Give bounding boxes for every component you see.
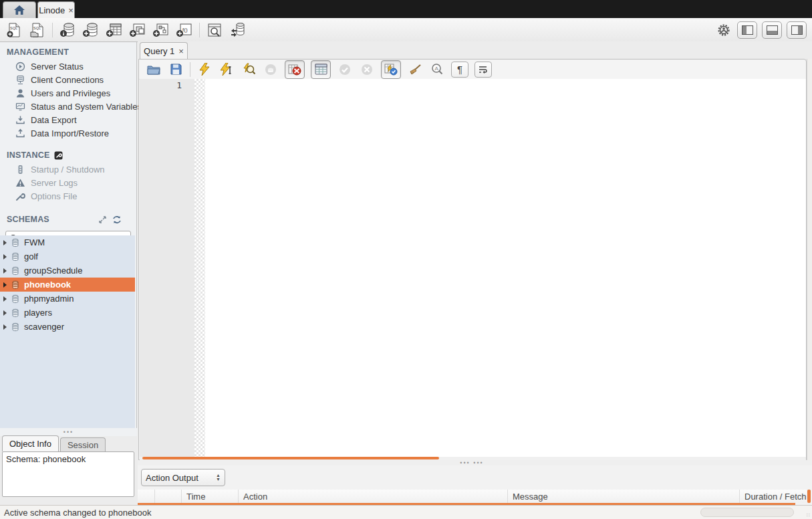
svg-text:SQL: SQL: [10, 26, 17, 30]
connection-tab-close-icon[interactable]: ×: [68, 6, 74, 15]
expander-icon[interactable]: [3, 240, 7, 245]
wrap-text-icon[interactable]: [475, 62, 492, 78]
output-col-status[interactable]: [138, 490, 155, 503]
output-vertical-scrollbar-thumb[interactable]: [807, 490, 811, 503]
sidebar-item-server-status[interactable]: Server Status: [0, 60, 136, 73]
users-icon: [15, 88, 25, 98]
create-procedure-icon[interactable]: [152, 21, 170, 39]
search-table-data-icon[interactable]: [206, 21, 223, 39]
schema-row-scavenger[interactable]: scavenger: [0, 320, 135, 334]
sidebar-item-label: Server Logs: [31, 178, 78, 188]
open-sql-script-icon[interactable]: SQL: [29, 21, 46, 39]
schema-row-golf[interactable]: golf: [0, 249, 135, 264]
editor-horizontal-scrollbar-thumb[interactable]: [142, 457, 439, 459]
schema-row-players[interactable]: players: [0, 306, 135, 320]
create-schema-icon[interactable]: [82, 21, 100, 39]
home-icon: [13, 5, 25, 15]
create-function-icon[interactable]: f(): [176, 21, 193, 39]
sidebar-item-label: Client Connections: [31, 75, 104, 85]
sidebar-item-users-privileges[interactable]: Users and Privileges: [0, 86, 136, 100]
management-section-header: MANAGEMENT: [0, 42, 136, 60]
output-view-select-value: Action Output: [146, 473, 198, 483]
management-header-label: MANAGEMENT: [7, 47, 69, 57]
expander-icon[interactable]: [3, 310, 7, 316]
output-view-select[interactable]: Action Output ▲▼: [141, 469, 225, 486]
output-col-duration[interactable]: Duration / Fetch: [740, 490, 807, 503]
output-col-time[interactable]: Time: [182, 490, 239, 503]
refresh-schemas-icon[interactable]: [112, 215, 122, 224]
tab-label: Object Info: [9, 439, 51, 449]
stop-icon: [263, 62, 279, 78]
schema-icon: [11, 238, 20, 247]
output-col-message[interactable]: Message: [508, 490, 740, 503]
create-table-icon[interactable]: [106, 21, 123, 39]
toolbar-separator: [190, 62, 190, 77]
schema-icon: [11, 280, 20, 290]
schema-row-fwm[interactable]: FWM: [0, 235, 135, 249]
sidebar-item-data-import[interactable]: Data Import/Restore: [0, 126, 136, 140]
sql-editor-area[interactable]: 1: [140, 79, 806, 457]
expander-icon[interactable]: [3, 282, 7, 288]
sidebar-item-server-logs[interactable]: Server Logs: [0, 176, 136, 189]
schema-name: players: [24, 308, 52, 318]
sidebar-item-status-system-variables[interactable]: Status and System Variables: [0, 100, 136, 113]
output-col-action[interactable]: Action: [239, 490, 508, 503]
create-view-icon[interactable]: [129, 21, 146, 39]
window-tab-bar: Linode ×: [0, 0, 812, 18]
schema-icon: [11, 294, 20, 304]
object-info-text: Schema: phonebook: [6, 454, 86, 464]
schema-icon: [11, 322, 20, 332]
tab-session[interactable]: Session: [60, 437, 106, 451]
schema-row-phonebook-selected[interactable]: phonebook: [0, 278, 135, 292]
new-sql-tab-icon[interactable]: SQL: [5, 21, 23, 39]
toggle-bottom-panel-icon[interactable]: [762, 21, 782, 39]
toggle-left-panel-glyph: [742, 25, 753, 35]
reconnect-dbms-icon[interactable]: [229, 21, 247, 39]
status-message: Active schema changed to phonebook: [4, 508, 151, 518]
tab-object-info[interactable]: Object Info: [2, 435, 59, 451]
find-icon[interactable]: A: [429, 62, 445, 78]
toggle-right-panel-icon[interactable]: [787, 21, 807, 39]
query-tabbar: Query 1 ×: [138, 41, 812, 59]
stop-on-error-toggle-icon[interactable]: [285, 60, 305, 79]
status-progress-indicator: [700, 508, 794, 517]
execute-icon[interactable]: [196, 62, 213, 78]
save-script-icon[interactable]: [168, 62, 184, 78]
toggle-right-panel-glyph: [791, 25, 803, 35]
execute-current-icon[interactable]: [219, 62, 235, 78]
sidebar-item-data-export[interactable]: Data Export: [0, 113, 136, 126]
preferences-gear-icon[interactable]: [715, 21, 732, 39]
schema-row-phpmyadmin[interactable]: phpmyadmin: [0, 292, 135, 306]
schema-row-groupschedule[interactable]: groupSchedule: [0, 264, 135, 278]
home-tab[interactable]: [3, 1, 36, 18]
editor-vertical-scrollbar[interactable]: [807, 59, 812, 460]
expander-icon[interactable]: [3, 254, 7, 260]
limit-rows-toggle-icon[interactable]: [311, 60, 331, 79]
tab-query-1[interactable]: Query 1 ×: [140, 42, 188, 59]
connection-tab-label: Linode: [39, 5, 65, 15]
sidebar-item-options-file[interactable]: Options File: [0, 189, 136, 203]
clear-broom-icon[interactable]: [407, 62, 423, 78]
editor-output-splitter[interactable]: ••• •••: [138, 460, 812, 465]
open-script-icon[interactable]: [146, 62, 162, 78]
sidebar-item-startup-shutdown[interactable]: Startup / Shutdown: [0, 163, 136, 176]
instance-wrench-badge-icon: [54, 151, 63, 160]
toggle-left-panel-icon[interactable]: [737, 21, 757, 39]
query-tab-close-icon[interactable]: ×: [178, 47, 184, 56]
expander-icon[interactable]: [3, 296, 7, 302]
autocommit-toggle-icon[interactable]: [381, 60, 401, 79]
window-resize-grip-icon[interactable]: ∷: [807, 512, 811, 518]
schema-icon: [11, 308, 20, 318]
expander-icon[interactable]: [3, 268, 7, 274]
expander-icon[interactable]: [3, 324, 7, 330]
schema-inspector-icon[interactable]: [59, 21, 76, 39]
sidebar-item-label: Data Export: [31, 115, 77, 125]
connection-tab[interactable]: Linode ×: [37, 1, 75, 18]
explain-icon[interactable]: [241, 62, 257, 78]
expand-schemas-icon[interactable]: [98, 215, 107, 224]
sidebar-item-client-connections[interactable]: Client Connections: [0, 73, 136, 86]
client-connections-icon: [15, 75, 25, 85]
output-col-index[interactable]: [155, 490, 182, 503]
select-spinner-icon: ▲▼: [216, 474, 221, 482]
show-invisibles-icon[interactable]: ¶: [451, 62, 468, 78]
